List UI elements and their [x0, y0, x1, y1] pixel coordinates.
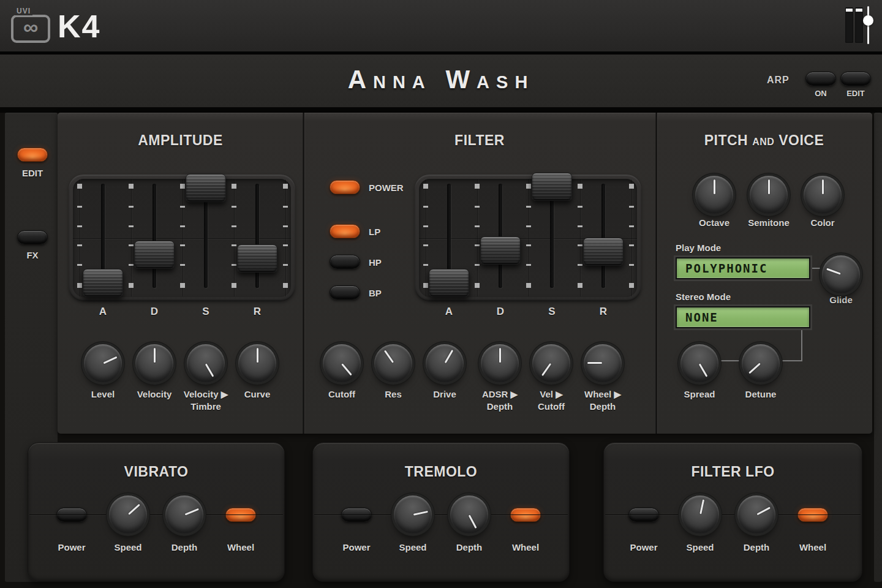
fader-ticks: [77, 184, 82, 288]
velocity-timbre-knob[interactable]: [187, 344, 225, 382]
preset-name[interactable]: Anna Wash: [0, 65, 882, 94]
tick-mark: [629, 206, 634, 208]
edit-mode-label: EDIT: [7, 168, 58, 178]
tick-mark: [77, 184, 82, 189]
tick-mark: [629, 225, 634, 227]
level-knob[interactable]: [84, 344, 122, 382]
fader-ticks: [629, 184, 634, 288]
filter-section-title: FILTER: [303, 132, 656, 149]
edit-mode-button[interactable]: [17, 148, 48, 162]
tick-mark: [578, 244, 582, 246]
tremolo-speed-knob[interactable]: [394, 496, 432, 533]
fader-ticks: [526, 184, 531, 288]
mixer-sliders-icon[interactable]: [844, 6, 876, 45]
filter-hp-label: HP: [369, 257, 382, 268]
filter-lfo-speed-knob[interactable]: [681, 496, 719, 533]
tick-mark: [423, 206, 428, 208]
tick-mark: [232, 206, 236, 208]
fx-mode-button[interactable]: [17, 230, 48, 244]
release-fader-handle[interactable]: [237, 244, 277, 273]
curve-knob[interactable]: [238, 344, 276, 382]
vibrato-panel: VIBRATO Power Speed Depth Wheel: [28, 442, 285, 582]
stereo-mode-selector[interactable]: NONE: [676, 306, 810, 328]
top-bar: UVI ∞ K4 U: [0, 0, 882, 55]
filter-bp-toggle[interactable]: [330, 285, 360, 300]
pitch-voice-section-title: PITCH AND VOICE: [656, 132, 872, 149]
semitone-knob[interactable]: [750, 176, 788, 214]
tick-mark: [423, 184, 428, 189]
filter-lfo-depth-knob[interactable]: [737, 496, 775, 533]
mixer-fader-knob[interactable]: [863, 15, 873, 26]
filter-power-toggle[interactable]: [330, 180, 360, 194]
decay-fader-handle[interactable]: [480, 236, 521, 265]
connector-line: [801, 328, 802, 361]
fader-ticks: [423, 184, 428, 288]
tremolo-power-label: Power: [332, 542, 381, 552]
tick-mark: [578, 283, 582, 288]
play-mode-selector[interactable]: POLYPHONIC: [676, 257, 810, 279]
vel-cutoff-knob[interactable]: [532, 344, 570, 382]
sustain-fader-handle[interactable]: [532, 173, 572, 201]
tick-mark: [283, 184, 288, 189]
tick-mark: [526, 264, 531, 266]
cutoff-knob[interactable]: [323, 344, 361, 382]
tick-mark: [129, 264, 134, 266]
tick-mark: [475, 206, 480, 208]
tremolo-depth-knob[interactable]: [450, 496, 488, 533]
tick-mark: [578, 206, 582, 208]
release-label: R: [585, 306, 622, 318]
tremolo-panel: TREMOLO Power Speed Depth Wheel: [312, 442, 570, 582]
sustain-fader-handle[interactable]: [186, 174, 226, 202]
octave-knob[interactable]: [695, 176, 733, 214]
release-label: R: [239, 306, 276, 318]
res-knob[interactable]: [374, 344, 412, 382]
spread-knob[interactable]: [680, 344, 718, 382]
stereo-mode-label: Stereo Mode: [676, 292, 731, 302]
tick-mark: [232, 264, 236, 266]
color-knob[interactable]: [804, 176, 842, 214]
fx-mode-label: FX: [7, 250, 58, 260]
tick-mark: [629, 264, 634, 266]
release-fader-track[interactable]: [601, 184, 605, 288]
tick-mark: [77, 244, 82, 246]
velocity-knob[interactable]: [135, 344, 173, 382]
detune-knob[interactable]: [742, 344, 780, 382]
sustain-label: S: [187, 306, 224, 318]
filter-hp-toggle[interactable]: [330, 255, 360, 269]
arp-label: ARP: [767, 75, 804, 86]
fader-ticks: [180, 184, 185, 288]
arp-edit-button[interactable]: [840, 72, 871, 86]
vibrato-depth-knob[interactable]: [165, 496, 203, 533]
adsr-depth-knob[interactable]: [481, 344, 519, 382]
glide-knob[interactable]: [822, 255, 860, 293]
tick-mark: [232, 283, 236, 288]
decay-label: D: [136, 306, 173, 318]
tick-mark: [475, 225, 480, 227]
uvi-brand-label: UVI: [15, 7, 32, 15]
attack-fader-handle[interactable]: [429, 269, 469, 297]
wheel-depth-knob[interactable]: [584, 344, 622, 382]
infinity-glyph: ∞: [13, 13, 48, 40]
filter-lp-toggle[interactable]: [330, 224, 360, 238]
tick-mark: [423, 283, 428, 288]
vibrato-title: VIBRATO: [28, 464, 284, 480]
tick-mark: [180, 206, 185, 208]
app-title: K4: [58, 8, 100, 45]
arp-on-button[interactable]: [805, 72, 836, 86]
mixer-bar-cap: [856, 9, 862, 12]
fader-ticks: [578, 184, 582, 288]
tick-mark: [283, 283, 288, 288]
tick-mark: [283, 206, 288, 208]
release-fader-handle[interactable]: [583, 238, 624, 266]
decay-label: D: [482, 306, 519, 318]
filter-lfo-title: FILTER LFO: [604, 464, 862, 480]
decay-fader-handle[interactable]: [134, 241, 175, 269]
drive-knob[interactable]: [426, 344, 464, 382]
fader-ticks: [129, 184, 134, 288]
decay-fader-track[interactable]: [153, 184, 156, 288]
tick-mark: [283, 264, 288, 266]
mixer-bar-cap: [846, 9, 853, 12]
filter-lfo-power-label: Power: [619, 542, 668, 552]
attack-fader-handle[interactable]: [83, 269, 123, 297]
vibrato-speed-knob[interactable]: [109, 496, 147, 533]
